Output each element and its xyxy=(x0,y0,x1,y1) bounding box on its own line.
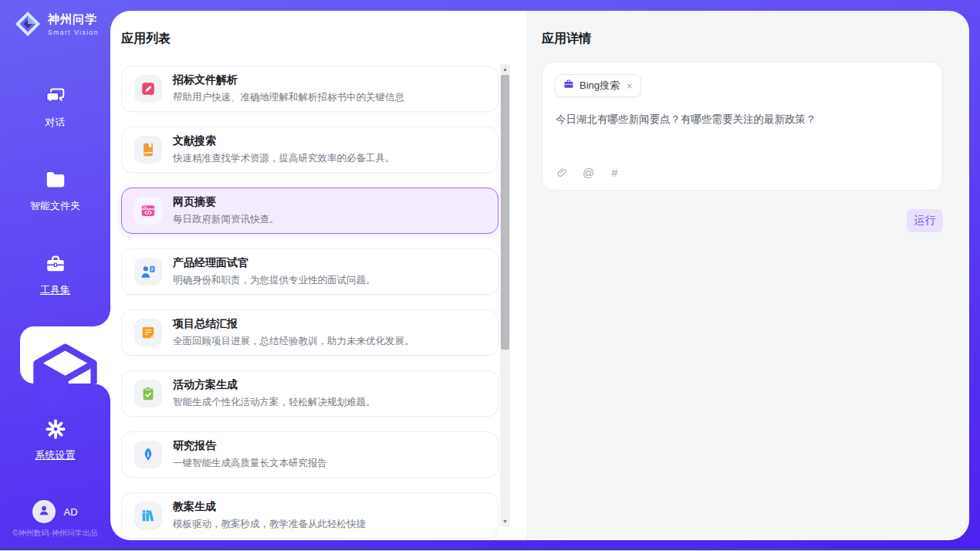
folder-icon xyxy=(44,168,67,191)
prompt-composer: Bing搜索 × 今日湖北有哪些新闻要点？有哪些需要关注的最新政策？ @# xyxy=(542,62,943,191)
app-desc: 一键智能生成高质量长文本研究报告 xyxy=(173,457,327,470)
app-desc: 每日政府新闻资讯快查。 xyxy=(173,213,279,226)
sidebar-item-label: 系统设置 xyxy=(0,448,110,462)
list-scrollbar[interactable] xyxy=(500,64,510,526)
scrollbar-thumb[interactable] xyxy=(501,75,509,350)
run-button[interactable]: 运行 xyxy=(907,209,943,232)
app-list: 招标文件解析 帮助用户快速、准确地理解和解析招标书中的关键信息 文献搜索 快速精… xyxy=(121,66,498,540)
tool-chip-label: Bing搜索 xyxy=(580,79,620,93)
note-icon xyxy=(134,319,162,346)
scroll-up-icon[interactable] xyxy=(500,64,510,74)
app-list-item[interactable]: 招标文件解析 帮助用户快速、准确地理解和解析招标书中的关键信息 xyxy=(121,66,498,112)
copyright-footer: ©神州数码·神州问学出品 xyxy=(0,528,110,539)
app-list-panel: 应用列表 招标文件解析 帮助用户快速、准确地理解和解析招标书中的关键信息 文献搜… xyxy=(110,11,526,540)
book-icon xyxy=(134,136,162,164)
toolbox-icon xyxy=(44,252,67,276)
app-list-item[interactable]: 教案生成 模板驱动，教案秒成，教学准备从此轻松快捷 xyxy=(121,492,498,539)
app-title: 活动方案生成 xyxy=(173,378,376,392)
close-icon[interactable]: × xyxy=(627,81,633,91)
document-edit-icon xyxy=(134,75,162,103)
app-desc: 全面回顾项目进展，总结经验教训，助力未来优化发展。 xyxy=(173,335,414,348)
app-list-title: 应用列表 xyxy=(121,31,171,47)
gear-icon xyxy=(44,417,67,441)
app-title: 招标文件解析 xyxy=(173,73,404,87)
app-title: 产品经理面试官 xyxy=(173,256,376,270)
browser-code-icon xyxy=(134,197,162,225)
app-desc: 帮助用户快速、准确地理解和解析招标书中的关键信息 xyxy=(173,91,404,104)
brand-subtitle: Smart Vision xyxy=(48,29,99,36)
books-icon xyxy=(134,502,162,529)
tool-chip-bing-search[interactable]: Bing搜索 × xyxy=(555,74,641,97)
clipboard-check-icon xyxy=(134,380,162,407)
app-title: 研究报告 xyxy=(173,439,327,453)
app-detail-title: 应用详情 xyxy=(542,31,591,47)
user-icon xyxy=(36,502,52,521)
app-detail-panel: 应用详情 Bing搜索 × 今日湖北有哪些新闻要点？有哪些需要关注的最新政策？ … xyxy=(526,11,969,540)
sidebar: 神州问学 Smart Vision 对话 智能文件夹 工具集 应用市场 系统设置 xyxy=(0,0,110,551)
attachment-icon[interactable] xyxy=(556,166,569,179)
sidebar-item-smart-folder[interactable]: 智能文件夹 xyxy=(0,168,110,213)
user-label: AD xyxy=(63,506,77,518)
scroll-down-icon[interactable] xyxy=(500,516,510,526)
app-desc: 智能生成个性化活动方案，轻松解决规划难题。 xyxy=(173,396,376,409)
app-list-item[interactable]: 产品经理面试官 明确身份和职责，为您提供专业性的面试问题。 xyxy=(121,248,498,295)
app-desc: 模板驱动，教案秒成，教学准备从此轻松快捷 xyxy=(173,518,366,531)
avatar xyxy=(32,500,56,523)
app-title: 网页摘要 xyxy=(173,195,279,209)
brand-logo: 神州问学 Smart Vision xyxy=(14,10,99,38)
sidebar-item-chat[interactable]: 对话 xyxy=(0,85,110,130)
user-account[interactable]: AD xyxy=(0,500,110,523)
app-title: 文献搜索 xyxy=(173,134,395,148)
app-title: 项目总结汇报 xyxy=(173,317,414,331)
app-list-item[interactable]: 活动方案生成 智能生成个性化活动方案，轻松解决规划难题。 xyxy=(121,370,498,417)
sidebar-item-label: 工具集 xyxy=(0,283,110,297)
app-list-item[interactable]: 文献搜索 快速精准查找学术资源，提高研究效率的必备工具。 xyxy=(121,127,498,173)
sidebar-item-app-market[interactable]: 应用市场 xyxy=(20,326,110,384)
hash-icon[interactable]: # xyxy=(608,166,621,179)
pen-icon xyxy=(134,441,162,468)
app-list-item[interactable]: 网页摘要 每日政府新闻资讯快查。 xyxy=(121,188,498,234)
sidebar-item-label: 对话 xyxy=(0,116,110,130)
interviewer-icon xyxy=(134,258,162,286)
prompt-input[interactable]: 今日湖北有哪些新闻要点？有哪些需要关注的最新政策？ xyxy=(556,112,929,127)
sidebar-item-toolset[interactable]: 工具集 xyxy=(0,252,110,297)
app-list-item[interactable]: 项目总结汇报 全面回顾项目进展，总结经验教训，助力未来优化发展。 xyxy=(121,309,498,356)
mention-icon[interactable]: @ xyxy=(582,166,595,179)
briefcase-icon xyxy=(563,79,574,93)
sidebar-item-label: 智能文件夹 xyxy=(0,199,110,213)
chat-icon xyxy=(44,85,67,108)
composer-toolbar: @# xyxy=(556,166,621,179)
sidebar-item-system-settings[interactable]: 系统设置 xyxy=(0,417,110,462)
brand-name: 神州问学 xyxy=(48,12,99,27)
app-window: 神州问学 Smart Vision 对话 智能文件夹 工具集 应用市场 系统设置 xyxy=(0,0,980,551)
app-list-item[interactable]: 研究报告 一键智能生成高质量长文本研究报告 xyxy=(121,431,498,478)
diamond-logo-icon xyxy=(14,10,42,38)
app-desc: 快速精准查找学术资源，提高研究效率的必备工具。 xyxy=(173,152,395,165)
app-desc: 明确身份和职责，为您提供专业性的面试问题。 xyxy=(173,274,376,287)
app-title: 教案生成 xyxy=(173,500,366,514)
